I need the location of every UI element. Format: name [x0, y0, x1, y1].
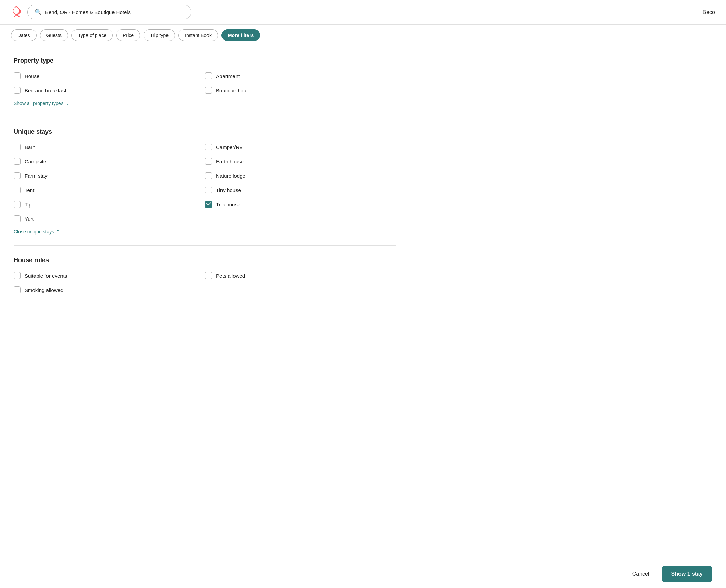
property-type-right: ApartmentBoutique hotel — [205, 71, 396, 95]
unique-stays-grid: BarnCampsiteFarm stayTentTipiYurt Camper… — [14, 142, 396, 224]
checkbox-pets-allowed[interactable] — [205, 272, 212, 279]
checkbox-nature-lodge[interactable] — [205, 172, 212, 179]
search-icon: 🔍 — [35, 9, 42, 16]
search-input[interactable] — [45, 9, 184, 15]
checkbox-label-tiny-house[interactable]: Tiny house — [216, 187, 241, 193]
filter-btn-guests[interactable]: Guests — [40, 29, 68, 41]
checkbox-label-treehouse[interactable]: Treehouse — [216, 202, 240, 208]
checkbox-label-nature-lodge[interactable]: Nature lodge — [216, 173, 245, 179]
checkbox-item-pets-allowed[interactable]: Pets allowed — [205, 271, 396, 280]
checkbox-smoking-allowed[interactable] — [14, 286, 21, 293]
show-all-property-types-label: Show all property types — [14, 101, 64, 106]
unique-stays-section: Unique stays BarnCampsiteFarm stayTentTi… — [14, 128, 396, 235]
search-bar[interactable]: 🔍 — [27, 5, 191, 19]
checkbox-suitable-for-events[interactable] — [14, 272, 21, 279]
checkbox-item-farm-stay[interactable]: Farm stay — [14, 171, 205, 181]
property-type-grid: HouseBed and breakfast ApartmentBoutique… — [14, 71, 396, 95]
close-unique-stays-label: Close unique stays — [14, 229, 54, 235]
checkbox-label-earth-house[interactable]: Earth house — [216, 159, 244, 164]
chevron-up-icon: ⌃ — [56, 229, 60, 235]
checkbox-item-bed-and-breakfast[interactable]: Bed and breakfast — [14, 85, 205, 95]
filter-btn-instant-book[interactable]: Instant Book — [178, 29, 218, 41]
house-rules-section: House rules Suitable for eventsSmoking a… — [14, 257, 396, 295]
checkbox-campsite[interactable] — [14, 158, 21, 165]
checkbox-item-earth-house[interactable]: Earth house — [205, 157, 396, 166]
checkbox-farm-stay[interactable] — [14, 172, 21, 179]
checkbox-house[interactable] — [14, 72, 21, 79]
checkbox-label-barn[interactable]: Barn — [25, 144, 36, 150]
checkbox-item-treehouse[interactable]: Treehouse — [205, 200, 396, 209]
chevron-down-icon: ⌄ — [66, 101, 70, 106]
filter-btn-price[interactable]: Price — [116, 29, 140, 41]
checkbox-label-house[interactable]: House — [25, 73, 39, 79]
checkbox-apartment[interactable] — [205, 72, 212, 79]
property-type-title: Property type — [14, 57, 396, 64]
checkbox-item-nature-lodge[interactable]: Nature lodge — [205, 171, 396, 181]
unique-stays-right: Camper/RVEarth houseNature lodgeTiny hou… — [205, 142, 396, 224]
house-rules-title: House rules — [14, 257, 396, 264]
checkbox-item-boutique-hotel[interactable]: Boutique hotel — [205, 85, 396, 95]
divider-2 — [14, 245, 396, 246]
checkbox-item-camper-rv[interactable]: Camper/RV — [205, 142, 396, 152]
property-type-section: Property type HouseBed and breakfast Apa… — [14, 57, 396, 106]
checkbox-label-bed-and-breakfast[interactable]: Bed and breakfast — [25, 88, 66, 93]
close-unique-stays-button[interactable]: Close unique stays ⌃ — [14, 229, 60, 235]
unique-stays-left: BarnCampsiteFarm stayTentTipiYurt — [14, 142, 205, 224]
checkbox-item-tipi[interactable]: Tipi — [14, 200, 205, 209]
checkbox-label-boutique-hotel[interactable]: Boutique hotel — [216, 88, 249, 93]
checkbox-item-barn[interactable]: Barn — [14, 142, 205, 152]
checkbox-earth-house[interactable] — [205, 158, 212, 165]
checkbox-label-camper-rv[interactable]: Camper/RV — [216, 144, 243, 150]
checkbox-item-apartment[interactable]: Apartment — [205, 71, 396, 81]
checkbox-tipi[interactable] — [14, 201, 21, 208]
filter-btn-more-filters[interactable]: More filters — [221, 29, 260, 41]
checkbox-label-pets-allowed[interactable]: Pets allowed — [216, 273, 245, 279]
checkbox-boutique-hotel[interactable] — [205, 87, 212, 94]
checkbox-label-suitable-for-events[interactable]: Suitable for events — [25, 273, 67, 279]
checkbox-barn[interactable] — [14, 144, 21, 150]
unique-stays-title: Unique stays — [14, 128, 396, 135]
filter-btn-trip-type[interactable]: Trip type — [144, 29, 175, 41]
checkbox-tent[interactable] — [14, 187, 21, 193]
checkbox-item-suitable-for-events[interactable]: Suitable for events — [14, 271, 205, 280]
main-content: Property type HouseBed and breakfast Apa… — [0, 46, 410, 325]
checkbox-item-tiny-house[interactable]: Tiny house — [205, 185, 396, 195]
checkbox-treehouse[interactable] — [205, 201, 212, 208]
checkbox-label-smoking-allowed[interactable]: Smoking allowed — [25, 287, 63, 293]
checkbox-tiny-house[interactable] — [205, 187, 212, 193]
property-type-left: HouseBed and breakfast — [14, 71, 205, 95]
checkbox-label-tipi[interactable]: Tipi — [25, 202, 33, 208]
divider-1 — [14, 117, 396, 117]
checkbox-item-tent[interactable]: Tent — [14, 185, 205, 195]
filter-btn-dates[interactable]: Dates — [11, 29, 37, 41]
checkbox-bed-and-breakfast[interactable] — [14, 87, 21, 94]
checkbox-label-yurt[interactable]: Yurt — [25, 216, 34, 222]
checkbox-item-smoking-allowed[interactable]: Smoking allowed — [14, 285, 205, 295]
filter-bar: DatesGuestsType of placePriceTrip typeIn… — [0, 25, 726, 46]
checkbox-label-apartment[interactable]: Apartment — [216, 73, 240, 79]
checkbox-label-campsite[interactable]: Campsite — [25, 159, 46, 164]
show-all-property-types-button[interactable]: Show all property types ⌄ — [14, 101, 70, 106]
checkbox-item-campsite[interactable]: Campsite — [14, 157, 205, 166]
checkbox-yurt[interactable] — [14, 215, 21, 222]
checkbox-item-yurt[interactable]: Yurt — [14, 214, 205, 224]
checkbox-camper-rv[interactable] — [205, 144, 212, 150]
checkbox-item-house[interactable]: House — [14, 71, 205, 81]
airbnb-logo[interactable] — [11, 6, 22, 18]
checkbox-label-tent[interactable]: Tent — [25, 187, 34, 193]
filter-btn-type-of-place[interactable]: Type of place — [71, 29, 113, 41]
header: 🔍 Beco — [0, 0, 726, 25]
user-name: Beco — [703, 9, 715, 15]
house-rules-right: Pets allowed — [205, 271, 396, 295]
house-rules-left: Suitable for eventsSmoking allowed — [14, 271, 205, 295]
checkbox-label-farm-stay[interactable]: Farm stay — [25, 173, 48, 179]
house-rules-grid: Suitable for eventsSmoking allowed Pets … — [14, 271, 396, 295]
